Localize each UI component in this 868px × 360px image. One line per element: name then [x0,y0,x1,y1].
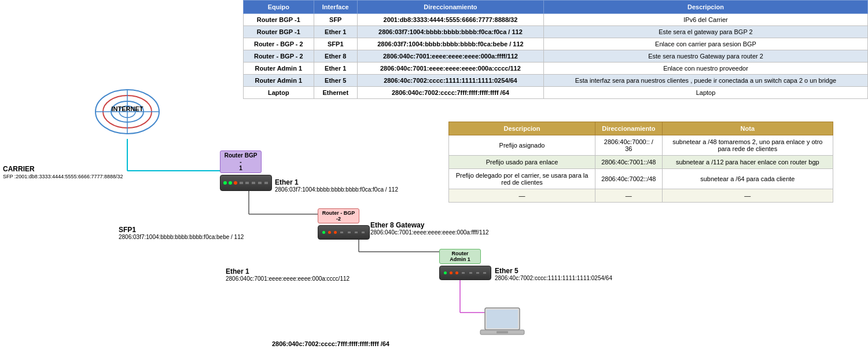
ether5-addr: 2806:40c:7002:cccc:1111:1111:1111:0254/6… [495,275,612,281]
table-row: Router BGP -1SFP2001:db8:3333:4444:5555:… [244,14,868,26]
router-bgp1-label: Router BGP -1 [220,150,262,173]
router-admin1-label: Router Admin 1 [439,249,481,264]
table-cell-2-1: SFP1 [314,38,357,50]
table-cell-2-3: Enlace con carrier para sesion BGP [544,38,868,50]
second-table-cell-3-0: — [449,189,595,203]
second-table-cell-1-2: subnetear a /112 para hacer enlace con r… [662,156,833,169]
second-table-cell-1-0: Prefijo usado para enlace [449,156,595,169]
ether1-admin-addr: 2806:040c:7001:eeee:eeee:eeee:000a:cccc/… [226,275,350,282]
router-bgp2-label: Router - BGP -2 [318,208,359,223]
ether1-bgp1-section: Ether 1 2806:03f7:1004:bbbb:bbbb:bbbb:f0… [275,178,398,193]
svg-rect-15 [487,310,518,328]
ether8-addr: 2806:040c:7001:eeee:eeee:eeee:000a:ffff/… [370,229,489,236]
second-table-cell-3-2: — [662,189,833,203]
table-row: Router - BGP - 2Ether 82806:040c:7001:ee… [244,50,868,63]
table-cell-3-2: 2806:040c:7001:eeee:eeee:eeee:000a:ffff/… [357,50,543,63]
sfp1-section: SFP1 2806:03f7:1004:bbbb:bbbb:bbbb:f0ca:… [119,226,244,240]
col2-header-descripcion: Descripcion [449,122,595,135]
second-table-cell-2-0: Prefijo delegado por el carrier, se usar… [449,169,595,189]
carrier-sfp-label: SFP :2001:db8:3333:4444:5555:6666:7777:8… [3,174,123,179]
table-cell-0-1: SFP [314,14,357,26]
second-table-row: Prefijo usado para enlace2806:40c:7001::… [449,156,833,169]
table-row: Router - BGP - 2SFP12806:03f7:1004:bbbb:… [244,38,868,50]
ether1-bgp1-label: Ether 1 [275,178,398,186]
table-cell-0-3: IPv6 del Carrier [544,14,868,26]
table-cell-3-0: Router - BGP - 2 [244,50,314,63]
col-header-interface: Interface [314,1,357,14]
second-table-cell-2-1: 2806:40c:7002::/48 [595,169,663,189]
ether1-admin-section: Ether 1 2806:040c:7001:eeee:eeee:eeee:00… [226,267,350,282]
router-admin1-section: Router Admin 1 [439,249,491,280]
ether5-label: Ether 5 [495,267,612,275]
sfp1-addr: 2806:03f7:1004:bbbb:bbbb:bbbb:f0ca:bebe … [119,234,244,240]
router-bgp2-icon [318,225,370,240]
router-bgp2-section: Router - BGP -2 [318,208,370,240]
table-row: Router Admin 1Ether 12806:040c:7001:eeee… [244,63,868,75]
table-cell-2-0: Router - BGP - 2 [244,38,314,50]
table-cell-4-0: Router Admin 1 [244,63,314,75]
table-cell-5-2: 2806:40c:7002:cccc:1111:1111:1111:0254/6… [357,75,543,87]
main-table-section: Equipo Interface Direccionamiento Descri… [243,0,868,99]
col2-header-direccionamiento: Direccionamiento [595,122,663,135]
table-cell-1-1: Ether 1 [314,26,357,38]
table-cell-0-0: Router BGP -1 [244,14,314,26]
main-table: Equipo Interface Direccionamiento Descri… [243,0,868,99]
ether8-label: Ether 8 Gateway [370,221,489,229]
col-header-direccionamiento: Direccionamiento [357,1,543,14]
laptop-svg [479,305,525,343]
internet-section: INTERNET [90,86,165,139]
table-cell-1-2: 2806:03f7:1004:bbbb:bbbb:bbbb:f0ca:f0ca … [357,26,543,38]
table-cell-1-3: Este sera el gateway para BGP 2 [544,26,868,38]
router-bgp1-icon [220,175,272,191]
table-cell-5-1: Ether 5 [314,75,357,87]
router-bgp1-section: Router BGP -1 [220,150,272,191]
ether1-admin-label: Ether 1 [226,267,350,275]
table-cell-4-1: Ether 1 [314,63,357,75]
table-cell-4-2: 2806:040c:7001:eeee:eeee:eeee:000a:cccc/… [357,63,543,75]
sfp1-label: SFP1 [119,226,244,234]
second-table-section: Descripcion Direccionamiento Nota Prefij… [448,122,833,203]
table-row: Router BGP -1Ether 12806:03f7:1004:bbbb:… [244,26,868,38]
second-table-cell-0-0: Prefijo asignado [449,135,595,156]
second-table-cell-0-2: subnetear a /48 tomaremos 2, uno para en… [662,135,833,156]
second-table-row: Prefijo asignado2806:40c:7000:: / 36subn… [449,135,833,156]
svg-rect-17 [496,331,508,333]
table-row: Router Admin 1Ether 52806:40c:7002:cccc:… [244,75,868,87]
col-header-equipo: Equipo [244,1,314,14]
second-table: Descripcion Direccionamiento Nota Prefij… [448,122,833,203]
table-cell-4-3: Enlace con nuestro proveedor [544,63,868,75]
table-cell-3-1: Ether 8 [314,50,357,63]
table-cell-6-0: Laptop [244,87,314,99]
router-admin1-icon [439,266,491,280]
internet-label: INTERNET [90,105,165,112]
table-cell-5-3: Esta interfaz sera para nuestros cliente… [544,75,868,87]
table-cell-0-2: 2001:db8:3333:4444:5555:6666:7777:8888/3… [357,14,543,26]
table-cell-2-2: 2806:03f7:1004:bbbb:bbbb:bbbb:f0ca:bebe … [357,38,543,50]
carrier-label: CARRIER [3,165,35,173]
laptop-icon [479,305,525,344]
table-cell-6-1: Ethernet [314,87,357,99]
second-table-cell-0-1: 2806:40c:7000:: / 36 [595,135,663,156]
col-header-descripcion: Descripcion [544,1,868,14]
laptop-eth-addr: 2806:040c:7002:cccc:7fff:ffff:ffff:ffff … [272,340,389,347]
table-cell-3-3: Este sera nuestro Gateway para router 2 [544,50,868,63]
table-cell-1-0: Router BGP -1 [244,26,314,38]
table-cell-6-2: 2806:040c:7002:cccc:7fff:ffff:ffff:ffff … [357,87,543,99]
second-table-row: Prefijo delegado por el carrier, se usar… [449,169,833,189]
col2-header-nota: Nota [662,122,833,135]
second-table-row: ——— [449,189,833,203]
table-row: LaptopEthernet2806:040c:7002:cccc:7fff:f… [244,87,868,99]
second-table-cell-2-2: subnetear a /64 para cada cliente [662,169,833,189]
table-cell-5-0: Router Admin 1 [244,75,314,87]
ether5-section: Ether 5 2806:40c:7002:cccc:1111:1111:111… [495,267,612,281]
table-cell-6-3: Laptop [544,87,868,99]
second-table-cell-3-1: — [595,189,663,203]
ether8-section: Ether 8 Gateway 2806:040c:7001:eeee:eeee… [370,221,489,236]
second-table-cell-1-1: 2806:40c:7001::/48 [595,156,663,169]
ether1-bgp1-addr: 2806:03f7:1004:bbbb:bbbb:bbbb:f0ca:f0ca … [275,186,398,193]
